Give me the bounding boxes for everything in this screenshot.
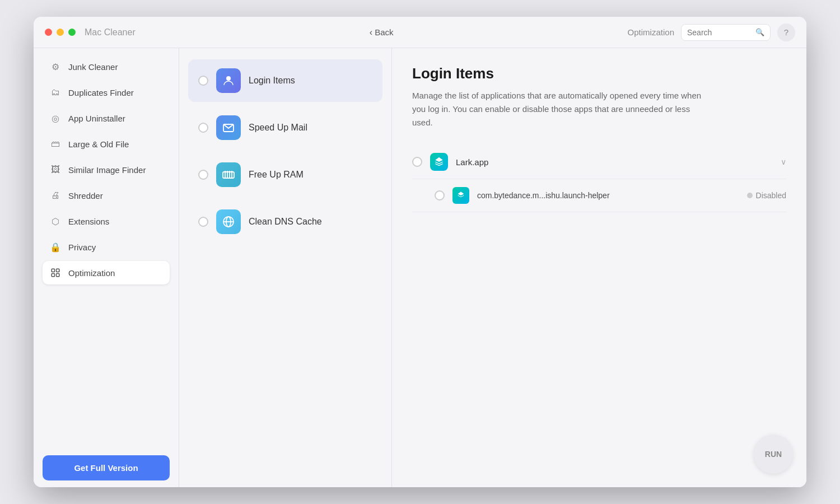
search-icon: 🔍	[755, 28, 764, 36]
junk-cleaner-icon: ⚙	[49, 60, 62, 73]
shredder-icon: 🖨	[49, 189, 62, 202]
optimization-item-speed-up-mail[interactable]: Speed Up Mail	[188, 106, 382, 149]
sidebar-item-similar-image-finder[interactable]: 🖼 Similar Image Finder	[43, 158, 170, 181]
sidebar-item-label: Shredder	[68, 191, 103, 200]
optimization-icon	[49, 267, 62, 279]
optimization-item-free-up-ram[interactable]: Free Up RAM	[188, 153, 382, 196]
app-list-item-lark-helper[interactable]: com.bytedance.m...ishu.launch-helper Dis…	[412, 179, 786, 212]
close-button[interactable]	[45, 29, 52, 36]
disabled-badge: Disabled	[747, 191, 786, 200]
privacy-icon: 🔒	[49, 241, 62, 253]
sidebar-item-label: Junk Cleaner	[68, 62, 118, 72]
lark-app-name: Lark.app	[456, 157, 773, 167]
free-up-ram-label: Free Up RAM	[249, 170, 304, 180]
sidebar-item-duplicates-finder[interactable]: 🗂 Duplicates Finder	[43, 81, 170, 104]
detail-panel: Login Items Manage the list of applicati…	[392, 48, 806, 487]
lark-helper-icon	[452, 187, 469, 204]
run-label: RUN	[765, 450, 782, 459]
login-items-radio[interactable]	[198, 76, 208, 86]
header-right: Optimization 🔍 ?	[628, 24, 795, 41]
sidebar-item-label: Similar Image Finder	[68, 165, 146, 175]
back-chevron-icon: ‹	[370, 27, 372, 38]
speed-up-mail-icon	[216, 115, 241, 140]
sidebar-item-label: Extensions	[68, 217, 109, 226]
sidebar-item-label: Duplicates Finder	[68, 88, 134, 97]
help-button[interactable]: ?	[777, 24, 795, 41]
title-bar: Mac Cleaner ‹ Back Optimization 🔍 ?	[34, 17, 806, 48]
lark-helper-name: com.bytedance.m...ishu.launch-helper	[477, 191, 739, 200]
search-input[interactable]	[687, 28, 752, 37]
duplicates-finder-icon: 🗂	[49, 86, 62, 99]
sidebar-item-extensions[interactable]: ⬡ Extensions	[43, 209, 170, 233]
svg-rect-0	[52, 269, 54, 272]
optimization-item-login-items[interactable]: Login Items	[188, 59, 382, 102]
app-list-item-lark[interactable]: Lark.app ∨	[412, 145, 786, 179]
run-button[interactable]: RUN	[754, 435, 793, 474]
similar-image-finder-icon: 🖼	[49, 164, 62, 176]
main-content: ⚙ Junk Cleaner 🗂 Duplicates Finder ◎ App…	[34, 48, 806, 487]
help-label: ?	[784, 27, 788, 37]
sidebar-item-label: App Uninstaller	[68, 114, 125, 123]
svg-rect-3	[57, 274, 59, 277]
extensions-icon: ⬡	[49, 215, 62, 227]
app-uninstaller-icon: ◎	[49, 112, 62, 124]
sidebar: ⚙ Junk Cleaner 🗂 Duplicates Finder ◎ App…	[34, 48, 179, 487]
clean-dns-cache-label: Clean DNS Cache	[249, 217, 322, 227]
center-panel: Login Items Speed Up Mail	[179, 48, 392, 487]
back-button[interactable]: ‹ Back	[370, 27, 394, 38]
large-old-file-icon: 🗃	[49, 138, 62, 150]
svg-point-4	[226, 76, 231, 81]
svg-rect-6	[223, 172, 234, 178]
login-items-label: Login Items	[249, 76, 295, 86]
clean-dns-cache-icon	[216, 209, 241, 234]
sidebar-item-label: Optimization	[68, 268, 115, 278]
sidebar-item-junk-cleaner[interactable]: ⚙ Junk Cleaner	[43, 55, 170, 78]
login-items-icon	[216, 68, 241, 93]
back-label: Back	[375, 27, 393, 37]
app-title: Mac Cleaner	[85, 27, 136, 38]
sidebar-spacer	[43, 287, 170, 449]
sidebar-item-optimization[interactable]: Optimization	[43, 261, 170, 284]
sidebar-item-label: Large & Old File	[68, 139, 129, 149]
detail-description: Manage the list of applications that are…	[412, 89, 703, 129]
free-up-ram-radio[interactable]	[198, 170, 208, 180]
sidebar-item-large-old-file[interactable]: 🗃 Large & Old File	[43, 132, 170, 156]
search-box[interactable]: 🔍	[681, 24, 771, 41]
sidebar-item-privacy[interactable]: 🔒 Privacy	[43, 235, 170, 259]
disabled-dot	[747, 193, 753, 198]
lark-expand-icon[interactable]: ∨	[781, 157, 786, 166]
optimization-item-clean-dns-cache[interactable]: Clean DNS Cache	[188, 200, 382, 243]
get-full-version-button[interactable]: Get Full Version	[43, 455, 170, 480]
disabled-label: Disabled	[756, 191, 786, 200]
sidebar-item-label: Privacy	[68, 242, 96, 252]
lark-app-icon	[430, 153, 448, 171]
lark-helper-checkbox[interactable]	[435, 190, 445, 200]
detail-title: Login Items	[412, 65, 786, 82]
traffic-lights	[45, 29, 76, 36]
app-window: Mac Cleaner ‹ Back Optimization 🔍 ? ⚙ Ju…	[34, 17, 806, 487]
speed-up-mail-label: Speed Up Mail	[249, 123, 307, 133]
svg-rect-1	[57, 269, 59, 272]
optimization-header-label: Optimization	[628, 27, 674, 37]
maximize-button[interactable]	[68, 29, 76, 36]
lark-checkbox[interactable]	[412, 157, 422, 167]
sidebar-item-app-uninstaller[interactable]: ◎ App Uninstaller	[43, 106, 170, 130]
speed-up-mail-radio[interactable]	[198, 123, 208, 133]
clean-dns-cache-radio[interactable]	[198, 217, 208, 227]
sidebar-item-shredder[interactable]: 🖨 Shredder	[43, 184, 170, 207]
minimize-button[interactable]	[57, 29, 64, 36]
free-up-ram-icon	[216, 162, 241, 187]
svg-rect-2	[52, 274, 54, 277]
